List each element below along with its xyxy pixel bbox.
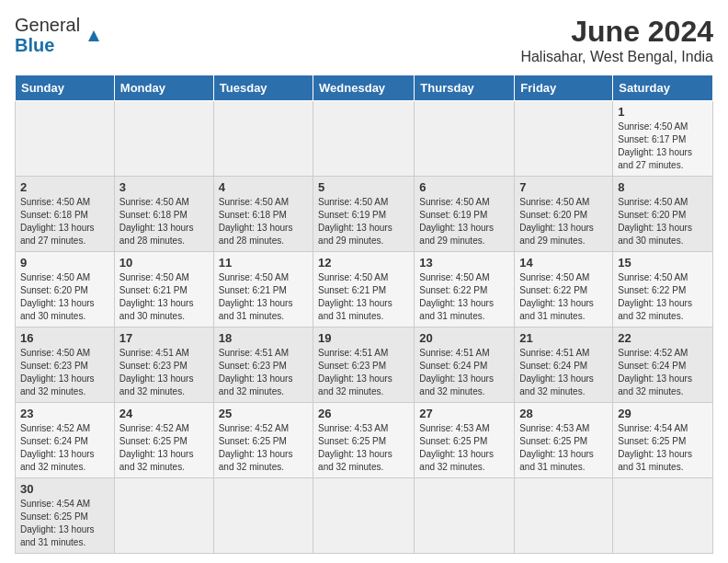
day-number: 26 <box>318 407 409 420</box>
calendar-cell: 19Sunrise: 4:51 AM Sunset: 6:23 PM Dayli… <box>313 327 415 403</box>
calendar-cell <box>16 101 115 177</box>
day-info: Sunrise: 4:52 AM Sunset: 6:24 PM Dayligh… <box>20 422 109 474</box>
day-number: 22 <box>618 331 708 345</box>
main-title: June 2024 <box>520 15 713 49</box>
day-number: 5 <box>318 180 409 194</box>
day-info: Sunrise: 4:50 AM Sunset: 6:20 PM Dayligh… <box>519 196 608 247</box>
day-number: 21 <box>519 331 608 345</box>
day-number: 2 <box>20 180 109 194</box>
day-number: 27 <box>419 407 509 420</box>
day-info: Sunrise: 4:53 AM Sunset: 6:25 PM Dayligh… <box>419 422 509 474</box>
calendar-week-1: 2Sunrise: 4:50 AM Sunset: 6:18 PM Daylig… <box>16 177 713 252</box>
calendar-cell: 11Sunrise: 4:50 AM Sunset: 6:21 PM Dayli… <box>213 252 313 327</box>
calendar-cell: 2Sunrise: 4:50 AM Sunset: 6:18 PM Daylig… <box>16 177 115 252</box>
day-info: Sunrise: 4:50 AM Sunset: 6:21 PM Dayligh… <box>119 271 209 323</box>
day-number: 11 <box>219 256 308 270</box>
day-number: 18 <box>219 331 308 345</box>
calendar-cell <box>415 478 515 554</box>
day-info: Sunrise: 4:53 AM Sunset: 6:25 PM Dayligh… <box>318 422 409 474</box>
calendar-cell: 22Sunrise: 4:52 AM Sunset: 6:24 PM Dayli… <box>613 327 713 403</box>
weekday-header-row: SundayMondayTuesdayWednesdayThursdayFrid… <box>16 75 713 101</box>
day-number: 29 <box>618 407 708 420</box>
day-info: Sunrise: 4:50 AM Sunset: 6:19 PM Dayligh… <box>318 196 409 247</box>
calendar-cell: 28Sunrise: 4:53 AM Sunset: 6:25 PM Dayli… <box>515 403 613 478</box>
weekday-sunday: Sunday <box>16 75 115 101</box>
calendar-cell <box>114 101 213 177</box>
calendar-week-4: 23Sunrise: 4:52 AM Sunset: 6:24 PM Dayli… <box>16 403 713 478</box>
calendar-week-2: 9Sunrise: 4:50 AM Sunset: 6:20 PM Daylig… <box>16 252 713 327</box>
logo-text: General Blue <box>15 15 104 55</box>
day-number: 9 <box>20 256 109 270</box>
day-info: Sunrise: 4:50 AM Sunset: 6:21 PM Dayligh… <box>318 271 409 323</box>
day-number: 4 <box>219 180 308 194</box>
day-number: 13 <box>419 256 509 270</box>
header: General Blue June 2024 Halisahar, West B… <box>15 15 713 65</box>
calendar-cell: 21Sunrise: 4:51 AM Sunset: 6:24 PM Dayli… <box>515 327 613 403</box>
day-info: Sunrise: 4:51 AM Sunset: 6:23 PM Dayligh… <box>318 347 409 398</box>
calendar-cell <box>515 478 613 554</box>
day-info: Sunrise: 4:50 AM Sunset: 6:18 PM Dayligh… <box>20 196 109 247</box>
day-info: Sunrise: 4:50 AM Sunset: 6:22 PM Dayligh… <box>419 271 509 323</box>
calendar-cell: 15Sunrise: 4:50 AM Sunset: 6:22 PM Dayli… <box>613 252 713 327</box>
calendar-cell: 29Sunrise: 4:54 AM Sunset: 6:25 PM Dayli… <box>613 403 713 478</box>
calendar-cell: 1Sunrise: 4:50 AM Sunset: 6:17 PM Daylig… <box>613 101 713 177</box>
day-info: Sunrise: 4:51 AM Sunset: 6:24 PM Dayligh… <box>419 347 509 398</box>
day-number: 30 <box>20 482 109 496</box>
calendar-cell: 23Sunrise: 4:52 AM Sunset: 6:24 PM Dayli… <box>16 403 115 478</box>
logo-general: General <box>15 15 80 35</box>
day-info: Sunrise: 4:50 AM Sunset: 6:18 PM Dayligh… <box>119 196 209 247</box>
day-info: Sunrise: 4:50 AM Sunset: 6:18 PM Dayligh… <box>219 196 308 247</box>
day-info: Sunrise: 4:50 AM Sunset: 6:20 PM Dayligh… <box>20 271 109 323</box>
day-number: 25 <box>219 407 308 420</box>
day-info: Sunrise: 4:50 AM Sunset: 6:19 PM Dayligh… <box>419 196 509 247</box>
day-info: Sunrise: 4:53 AM Sunset: 6:25 PM Dayligh… <box>519 422 608 474</box>
weekday-tuesday: Tuesday <box>213 75 313 101</box>
calendar-cell <box>415 101 515 177</box>
calendar-cell: 8Sunrise: 4:50 AM Sunset: 6:20 PM Daylig… <box>613 177 713 252</box>
day-number: 17 <box>119 331 209 345</box>
calendar-cell <box>313 478 415 554</box>
calendar-cell <box>213 478 313 554</box>
day-number: 20 <box>419 331 509 345</box>
calendar-cell: 3Sunrise: 4:50 AM Sunset: 6:18 PM Daylig… <box>114 177 213 252</box>
calendar-week-5: 30Sunrise: 4:54 AM Sunset: 6:25 PM Dayli… <box>16 478 713 554</box>
day-info: Sunrise: 4:52 AM Sunset: 6:25 PM Dayligh… <box>219 422 308 474</box>
logo-blue: Blue <box>15 35 54 55</box>
day-number: 10 <box>119 256 209 270</box>
calendar-cell <box>313 101 415 177</box>
day-number: 1 <box>618 105 708 119</box>
title-area: June 2024 Halisahar, West Bengal, India <box>520 15 713 65</box>
calendar-cell: 9Sunrise: 4:50 AM Sunset: 6:20 PM Daylig… <box>16 252 115 327</box>
day-number: 6 <box>419 180 509 194</box>
weekday-monday: Monday <box>114 75 213 101</box>
calendar-cell: 7Sunrise: 4:50 AM Sunset: 6:20 PM Daylig… <box>515 177 613 252</box>
weekday-friday: Friday <box>515 75 613 101</box>
day-info: Sunrise: 4:54 AM Sunset: 6:25 PM Dayligh… <box>618 422 708 474</box>
calendar-cell: 27Sunrise: 4:53 AM Sunset: 6:25 PM Dayli… <box>415 403 515 478</box>
calendar-cell: 16Sunrise: 4:50 AM Sunset: 6:23 PM Dayli… <box>16 327 115 403</box>
subtitle: Halisahar, West Bengal, India <box>520 49 713 65</box>
calendar-cell <box>213 101 313 177</box>
calendar-cell: 13Sunrise: 4:50 AM Sunset: 6:22 PM Dayli… <box>415 252 515 327</box>
day-number: 24 <box>119 407 209 420</box>
day-number: 8 <box>618 180 708 194</box>
day-info: Sunrise: 4:51 AM Sunset: 6:23 PM Dayligh… <box>119 347 209 398</box>
day-info: Sunrise: 4:50 AM Sunset: 6:21 PM Dayligh… <box>219 271 308 323</box>
calendar-cell: 20Sunrise: 4:51 AM Sunset: 6:24 PM Dayli… <box>415 327 515 403</box>
day-number: 16 <box>20 331 109 345</box>
day-number: 28 <box>519 407 608 420</box>
calendar-cell: 6Sunrise: 4:50 AM Sunset: 6:19 PM Daylig… <box>415 177 515 252</box>
calendar-cell: 12Sunrise: 4:50 AM Sunset: 6:21 PM Dayli… <box>313 252 415 327</box>
calendar-cell: 24Sunrise: 4:52 AM Sunset: 6:25 PM Dayli… <box>114 403 213 478</box>
day-number: 19 <box>318 331 409 345</box>
weekday-wednesday: Wednesday <box>313 75 415 101</box>
day-number: 7 <box>519 180 608 194</box>
day-number: 15 <box>618 256 708 270</box>
day-number: 3 <box>119 180 209 194</box>
day-info: Sunrise: 4:50 AM Sunset: 6:22 PM Dayligh… <box>519 271 608 323</box>
calendar-cell: 18Sunrise: 4:51 AM Sunset: 6:23 PM Dayli… <box>213 327 313 403</box>
day-info: Sunrise: 4:51 AM Sunset: 6:23 PM Dayligh… <box>219 347 308 398</box>
day-info: Sunrise: 4:50 AM Sunset: 6:17 PM Dayligh… <box>618 121 708 172</box>
calendar-cell: 26Sunrise: 4:53 AM Sunset: 6:25 PM Dayli… <box>313 403 415 478</box>
day-number: 12 <box>318 256 409 270</box>
